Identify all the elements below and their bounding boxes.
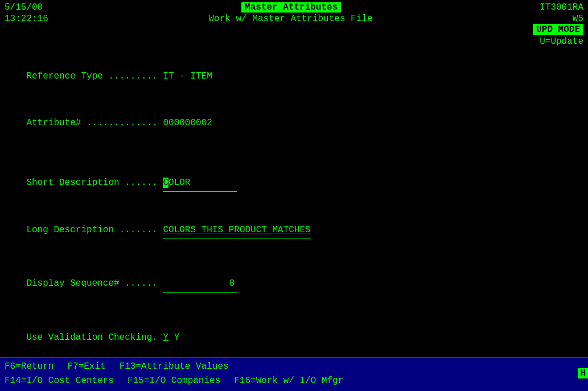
f7-key[interactable]: F7=Exit [67,360,105,374]
reference-type-row: Reference Type ......... IT - ITEM [5,53,583,100]
display-seq-row: Display Sequence# ...... 0 [5,261,583,308]
reference-type-label: Reference Type ......... [26,71,163,81]
display-seq-value: 0 [229,278,235,289]
validation-value: Y [168,332,179,343]
footer-row-1: F6=Return F7=Exit F13=Attribute Values [5,360,583,374]
mode-badge: UPD MODE [533,24,583,35]
header-row-2: 13:22:16 Work w/ Master Attributes File … [5,14,583,35]
f14-key[interactable]: F14=I/O Cost Centers [5,374,114,389]
app-code: IT3001RA [540,2,583,13]
header-row-1: 5/15/00 Master Attributes IT3001RA [5,2,583,13]
help-label-row: U=Update [5,36,583,47]
screen-title: Master Attributes [241,2,341,13]
main-screen: 5/15/00 Master Attributes IT3001RA 13:22… [0,0,588,391]
short-desc-row: Short Description ...... COLOR [5,160,583,207]
f6-key[interactable]: F6=Return [5,360,54,374]
time-display: 13:22:16 [5,14,48,24]
cursor-char: C [163,178,168,188]
long-desc-label: Long Description ....... [26,225,163,235]
top-right-block: W5 UPD MODE [533,14,583,35]
short-desc-value: OLOR [168,178,190,188]
f13-key[interactable]: F13=Attribute Values [120,360,229,374]
long-desc-row: Long Description ....... COLORS THIS PRO… [5,207,583,254]
f15-key[interactable]: F15=I/O Companies [128,374,220,389]
validation-underline[interactable]: Y [163,332,168,343]
long-desc-field[interactable]: COLORS THIS PRODUCT MATCHES [163,223,311,238]
validation-label: Use Validation Checking. [26,332,163,343]
h-badge: H [578,368,588,378]
help-label: U=Update [540,36,583,47]
reference-type-value: IT - ITEM [163,71,212,81]
display-seq-field[interactable]: 0 [163,276,237,292]
attribute-value: 000000002 [163,118,212,128]
attribute-row: Attribute# ............. 000000002 [5,100,583,147]
short-desc-label: Short Description ...... [26,178,163,188]
date-display: 5/15/00 [5,2,43,13]
subtitle: Work w/ Master Attributes File [208,14,372,24]
attribute-label: Attribute# ............. [26,118,163,128]
long-desc-value: COLORS THIS PRODUCT MATCHES [163,225,310,235]
screen-code: W5 [533,14,583,24]
short-desc-field[interactable]: COLOR [163,175,237,191]
footer-row-2: F14=I/O Cost Centers F15=I/O Companies F… [5,374,583,389]
validation-row: Use Validation Checking. Y Y [5,315,583,361]
display-seq-label: Display Sequence# ...... [26,278,163,289]
f16-key[interactable]: F16=Work w/ I/O Mfgr [234,374,343,389]
footer: F6=Return F7=Exit F13=Attribute Values F… [0,357,588,391]
